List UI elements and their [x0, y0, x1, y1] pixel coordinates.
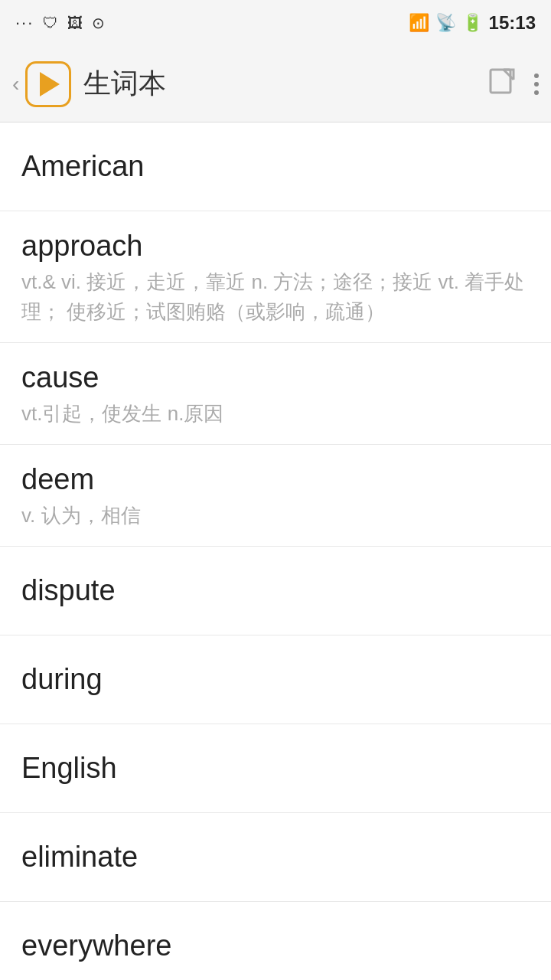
word-term: American: [21, 150, 530, 183]
word-term: dispute: [21, 574, 530, 607]
list-item[interactable]: dispute: [0, 547, 551, 635]
wifi-icon: 📶: [409, 13, 429, 33]
list-item[interactable]: eliminate: [0, 813, 551, 902]
list-item[interactable]: American: [0, 122, 551, 211]
app-logo[interactable]: [25, 61, 71, 107]
status-right: 📶 📡 🔋 15:13: [409, 12, 536, 34]
word-definition: vt.& vi. 接近，走近，靠近 n. 方法；途径；接近 vt. 着手处理； …: [21, 267, 530, 327]
word-term: approach: [21, 230, 530, 263]
word-definition: v. 认为，相信: [21, 501, 530, 531]
list-item[interactable]: English: [0, 724, 551, 813]
word-term: cause: [21, 361, 530, 394]
word-term: deem: [21, 463, 530, 496]
list-item[interactable]: everywhere: [0, 902, 551, 980]
list-item[interactable]: approachvt.& vi. 接近，走近，靠近 n. 方法；途径；接近 vt…: [0, 211, 551, 343]
more-button[interactable]: [534, 74, 539, 95]
word-term: eliminate: [21, 841, 530, 874]
battery-icon: 🔋: [462, 13, 483, 33]
dot-3: [534, 90, 539, 95]
status-bar: ··· 🛡 🖼 ⊙ 📶 📡 🔋 15:13: [0, 0, 551, 46]
signal-icon: 📡: [435, 13, 456, 33]
status-dots: ···: [15, 13, 34, 33]
export-button[interactable]: [488, 67, 516, 101]
word-term: everywhere: [21, 929, 530, 962]
list-item[interactable]: causevt.引起，使发生 n.原因: [0, 343, 551, 445]
toolbar-actions: [488, 67, 539, 101]
word-term: English: [21, 752, 530, 785]
word-list: Americanapproachvt.& vi. 接近，走近，靠近 n. 方法；…: [0, 122, 551, 980]
record-icon: ⊙: [92, 14, 105, 32]
dot-2: [534, 82, 539, 87]
back-button[interactable]: ‹: [12, 72, 19, 96]
list-item[interactable]: deemv. 认为，相信: [0, 445, 551, 547]
list-item[interactable]: during: [0, 635, 551, 724]
image-icon: 🖼: [67, 15, 83, 32]
status-time: 15:13: [489, 12, 536, 34]
word-definition: vt.引起，使发生 n.原因: [21, 399, 530, 429]
word-term: during: [21, 663, 530, 696]
shield-icon: 🛡: [43, 15, 58, 32]
svg-line-1: [504, 70, 514, 80]
status-left: ··· 🛡 🖼 ⊙: [15, 13, 105, 33]
toolbar: ‹ 生词本: [0, 46, 551, 122]
dot-1: [534, 74, 539, 78]
page-title: 生词本: [83, 65, 488, 103]
play-icon: [40, 72, 60, 96]
